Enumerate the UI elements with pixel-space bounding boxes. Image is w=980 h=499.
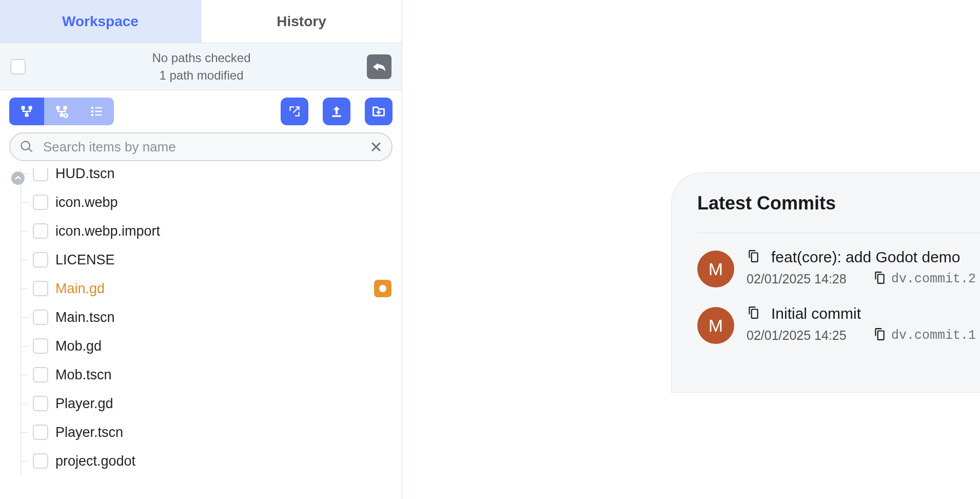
file-checkbox[interactable] [33,195,48,210]
undo-icon [371,61,387,73]
search-box[interactable] [9,132,393,161]
file-row[interactable]: Player.tscn [0,418,402,447]
file-tree-area: HUD.tscnicon.webpicon.webp.importLICENSE… [0,168,402,499]
search-icon [19,140,34,154]
file-checkbox[interactable] [33,281,48,296]
commit-date: 02/01/2025 14:28 [747,272,847,286]
svg-rect-3 [56,106,60,110]
modified-badge-icon [374,280,391,297]
file-row[interactable]: icon.webp [0,188,402,217]
tree-icon [19,104,34,119]
view-tree-button[interactable] [9,98,44,125]
commit-top-row: Initial commit [747,305,980,322]
file-checkbox[interactable] [33,425,48,440]
commit-avatar: M [697,307,734,344]
search-input[interactable] [43,139,370,155]
svg-rect-0 [22,106,25,110]
commits-divider [697,233,980,233]
copy-hash-icon[interactable] [873,328,886,343]
main-area: Latest Commits Mfeat(core): add Godot de… [402,0,980,499]
copy-message-icon[interactable] [747,306,760,321]
svg-rect-10 [95,111,102,112]
svg-point-9 [91,110,94,113]
commit-message: feat(core): add Godot demo [771,248,961,266]
svg-rect-2 [25,113,29,117]
list-icon [89,104,104,119]
tree-guide [21,389,33,418]
commit-avatar: M [697,251,734,287]
view-list-button[interactable] [79,98,114,125]
svg-rect-5 [60,113,64,117]
tree-guide [21,274,33,303]
file-name: Player.tscn [55,425,391,440]
commit-hash-wrap: dv.commit.2 [873,271,980,286]
commit-hash: dv.commit.1 [891,328,976,343]
file-name: project.godot [55,453,391,469]
commit-body: Initial commit02/01/2025 14:25dv.commit.… [747,305,980,343]
select-all-checkbox[interactable] [10,59,26,74]
file-row[interactable]: Mob.tscn [0,360,402,389]
svg-rect-4 [64,106,67,110]
status-line-2: 1 path modified [36,67,367,84]
clear-search-icon[interactable] [370,141,382,153]
file-tree: HUD.tscnicon.webpicon.webp.importLICENSE… [0,168,402,475]
file-checkbox[interactable] [33,168,48,181]
copy-hash-icon[interactable] [873,271,886,286]
open-external-icon [288,105,301,118]
commit-body: feat(core): add Godot demo02/01/2025 14:… [747,248,980,286]
copy-message-icon[interactable] [747,250,760,265]
upload-button[interactable] [323,98,350,125]
tab-workspace[interactable]: Workspace [0,0,201,43]
commit-bottom-row: 02/01/2025 14:28dv.commit.2 [747,271,980,286]
file-checkbox[interactable] [33,338,48,354]
file-row[interactable]: Main.gd [0,274,402,303]
open-external-button[interactable] [281,98,308,125]
sidebar-tabs: Workspace History [0,0,402,43]
file-name: Main.tscn [55,310,391,325]
file-row[interactable]: icon.webp.import [0,217,402,245]
collapse-tree-button[interactable] [11,171,25,185]
status-text: No paths checked 1 path modified [36,49,367,84]
svg-point-11 [91,114,94,117]
file-name: Mob.tscn [55,367,391,383]
commit-hash-wrap: dv.commit.1 [873,328,980,343]
file-row[interactable]: Mob.gd [0,332,402,360]
tree-guide [21,303,33,332]
svg-rect-12 [95,114,102,116]
file-name: Mob.gd [55,338,391,354]
file-name: Player.gd [55,396,391,412]
file-checkbox[interactable] [33,223,48,239]
commits-panel-title: Latest Commits [697,193,980,214]
new-folder-button[interactable] [365,98,393,125]
commit-item[interactable]: MInitial commit02/01/2025 14:25dv.commit… [697,305,980,344]
commit-bottom-row: 02/01/2025 14:25dv.commit.1 [747,328,980,343]
file-row[interactable]: Main.tscn [0,303,402,332]
svg-point-7 [91,107,94,109]
file-checkbox[interactable] [33,252,48,267]
view-mode-group [9,98,114,125]
file-row[interactable]: project.godot [0,447,402,475]
file-row[interactable]: Player.gd [0,389,402,418]
tree-guide [21,332,33,360]
tab-history[interactable]: History [201,0,402,43]
status-bar: No paths checked 1 path modified [0,43,402,90]
tree-guide [21,447,33,475]
file-name: icon.webp [55,195,391,210]
sidebar: Workspace History No paths checked 1 pat… [0,0,402,499]
file-name: HUD.tscn [55,168,391,182]
file-checkbox[interactable] [33,310,48,325]
file-row[interactable]: HUD.tscn [0,168,402,188]
undo-button[interactable] [367,54,391,79]
view-tree-expanded-button[interactable] [44,98,79,125]
status-line-1: No paths checked [36,49,367,67]
search-row [0,132,402,168]
commit-item[interactable]: Mfeat(core): add Godot demo02/01/2025 14… [697,248,980,287]
upload-icon [330,105,343,118]
file-checkbox[interactable] [33,367,48,382]
file-name: icon.webp.import [55,223,391,239]
commit-message: Initial commit [771,305,861,322]
file-checkbox[interactable] [33,453,48,469]
commit-hash: dv.commit.2 [891,272,976,286]
file-checkbox[interactable] [33,396,48,411]
file-row[interactable]: LICENSE [0,245,402,274]
